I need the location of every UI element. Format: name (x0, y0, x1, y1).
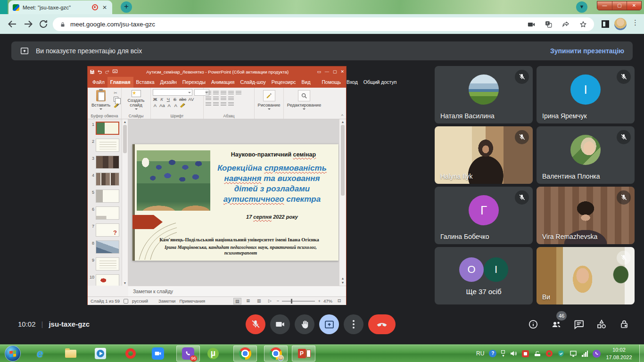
prev-next-slide-buttons[interactable]: ▲▼ (339, 276, 346, 285)
network-device-tray-icon[interactable] (534, 350, 541, 357)
slide-thumbnail-4[interactable]: 4 (89, 173, 121, 186)
slide-thumbnail-8[interactable]: 8 (89, 240, 121, 254)
taskbar-clock[interactable]: 10:02 17.08.2022 (604, 346, 634, 361)
raise-hand-button[interactable] (295, 314, 314, 334)
address-bar[interactable]: meet.google.com/jsu-taxe-gzc (53, 17, 594, 31)
drawing-button[interactable]: Рисование (256, 89, 282, 113)
viber-tray-icon[interactable] (593, 350, 601, 358)
redo-icon[interactable] (105, 69, 110, 74)
browser-tab[interactable]: Meet: "jsu-taxe-gzc" ✕ (8, 0, 112, 14)
taskbar-opera-icon[interactable] (124, 347, 137, 360)
slide-sorter-button[interactable]: ⊞ (244, 298, 252, 304)
font-color-button[interactable]: А (153, 103, 157, 108)
align-text-icon[interactable] (221, 102, 226, 107)
leave-call-button[interactable] (368, 314, 396, 334)
strikethrough-button[interactable]: S (173, 97, 177, 102)
slideshow-view-button[interactable]: ▷ (266, 298, 274, 304)
participant-tile[interactable]: Наталя Василина (435, 66, 533, 123)
show-desktop-button[interactable] (639, 345, 644, 362)
overflow-participants-tile[interactable]: O I Ще 37 осіб (435, 247, 533, 304)
ppt-tab-file[interactable]: Файл (90, 77, 107, 88)
camera-in-use-icon[interactable] (527, 20, 536, 29)
scroll-up-icon[interactable]: ▲ (339, 120, 346, 123)
zoom-slider[interactable] (282, 301, 315, 302)
ppt-tab-home[interactable]: Главная (107, 77, 133, 88)
self-tile[interactable]: Ви (537, 247, 635, 304)
help-tray-icon[interactable]: ? (489, 350, 496, 357)
taskbar-media-player-icon[interactable] (94, 347, 107, 360)
scroll-thumb[interactable] (341, 125, 345, 196)
volume-tray-icon[interactable] (510, 350, 517, 357)
bookmark-star-icon[interactable] (579, 20, 587, 29)
numbering-icon[interactable] (213, 91, 219, 95)
taskbar-zoom-icon[interactable] (152, 347, 164, 360)
translate-icon[interactable] (545, 20, 553, 28)
fit-to-window-icon[interactable]: ⊡ (335, 298, 343, 304)
editing-button[interactable]: Редактирование (285, 89, 323, 113)
ppt-tab-transitions[interactable]: Переходы (180, 77, 208, 88)
undo-icon[interactable] (97, 69, 102, 74)
network-signal-tray-icon[interactable] (582, 351, 588, 357)
camera-toggle-button[interactable] (270, 314, 290, 334)
side-panel-icon[interactable] (602, 20, 609, 28)
thumbnail-scrollbar[interactable]: ▲ ▼ (122, 119, 128, 286)
slide-scrollbar[interactable]: ▲ ▲▼ (339, 119, 346, 286)
slide-canvas[interactable]: Науково-практичний семінар Корекційна сп… (132, 144, 339, 261)
ppt-ribbon-options-icon[interactable]: ▭ (317, 69, 321, 74)
scroll-thumb[interactable] (123, 125, 127, 153)
display-tray-icon[interactable] (570, 350, 577, 357)
underline-button[interactable]: Ч (166, 97, 171, 102)
copy-icon[interactable] (114, 97, 118, 102)
taskbar-utorrent-icon[interactable]: µ (207, 347, 219, 360)
scroll-down-icon[interactable]: ▼ (122, 281, 128, 285)
opera-tray-icon[interactable] (546, 350, 553, 357)
text-direction-icon[interactable] (213, 102, 219, 107)
slide-thumbnail-5[interactable]: 5 (89, 189, 121, 203)
start-button[interactable] (5, 346, 21, 362)
ppt-close-icon[interactable]: ✕ (340, 69, 344, 74)
tab-search-chevron-icon[interactable]: ▼ (576, 1, 587, 13)
smartart-icon[interactable] (228, 102, 234, 107)
participant-tile[interactable]: Vira Remazhevska (537, 187, 635, 244)
bold-button[interactable]: Ж (153, 97, 157, 102)
slide-thumbnail-10[interactable]: 10 (89, 274, 121, 286)
notes-toggle[interactable]: Заметки (158, 298, 175, 304)
taskbar-chrome-icon[interactable] (239, 347, 251, 360)
ppt-tab-signin[interactable]: Вход (344, 77, 361, 88)
change-case-button[interactable]: Аа (159, 103, 165, 108)
mic-toggle-button[interactable] (246, 314, 265, 334)
participant-tile[interactable]: Г Галина Бобечко (435, 187, 533, 244)
indent-decrease-icon[interactable] (221, 91, 226, 95)
justify-icon[interactable] (228, 97, 234, 101)
participant-tile[interactable]: Halyna Ilyk (435, 126, 533, 184)
ppt-minimize-icon[interactable]: — (325, 69, 329, 74)
indent-increase-icon[interactable] (228, 91, 234, 95)
host-controls-button[interactable] (619, 319, 630, 330)
ppt-tab-insert[interactable]: Вставка (133, 77, 157, 88)
zoom-in-icon[interactable]: + (318, 298, 321, 304)
taskbar-internet-explorer-icon[interactable]: e (34, 347, 46, 360)
taskbar-file-explorer-icon[interactable] (65, 347, 77, 360)
reading-view-button[interactable]: ▥ (255, 298, 263, 304)
ppt-tab-view[interactable]: Вид (299, 77, 314, 88)
participant-tile[interactable]: Валентина Плонка (537, 126, 635, 184)
share-icon[interactable] (561, 20, 570, 29)
shrink-font-button[interactable]: А (173, 103, 178, 108)
new-slide-button[interactable]: Создать слайд (124, 89, 149, 113)
clear-formatting-icon[interactable] (180, 103, 185, 108)
ppt-tab-animations[interactable]: Анимация (208, 77, 237, 88)
notes-pane[interactable]: Заметки к слайду (128, 286, 346, 296)
forward-button[interactable] (23, 18, 34, 30)
scroll-up-icon[interactable]: ▲ (122, 120, 128, 123)
line-spacing-icon[interactable] (236, 91, 241, 95)
close-button[interactable]: ✕ (627, 1, 641, 10)
slide-thumbnail-2[interactable]: 2 (89, 139, 121, 152)
antivirus-shield-tray-icon[interactable] (557, 350, 565, 357)
meeting-details-button[interactable] (528, 319, 539, 330)
ppt-tab-review[interactable]: Рецензирс (269, 77, 299, 88)
paste-button[interactable]: Вставить (90, 89, 112, 113)
slide-thumbnail-3[interactable]: 3 (89, 156, 121, 169)
profile-avatar[interactable] (614, 18, 627, 30)
slide-thumbnail-7[interactable]: 7 (89, 223, 121, 237)
participant-tile[interactable]: I Ірина Яремчук (537, 66, 635, 123)
